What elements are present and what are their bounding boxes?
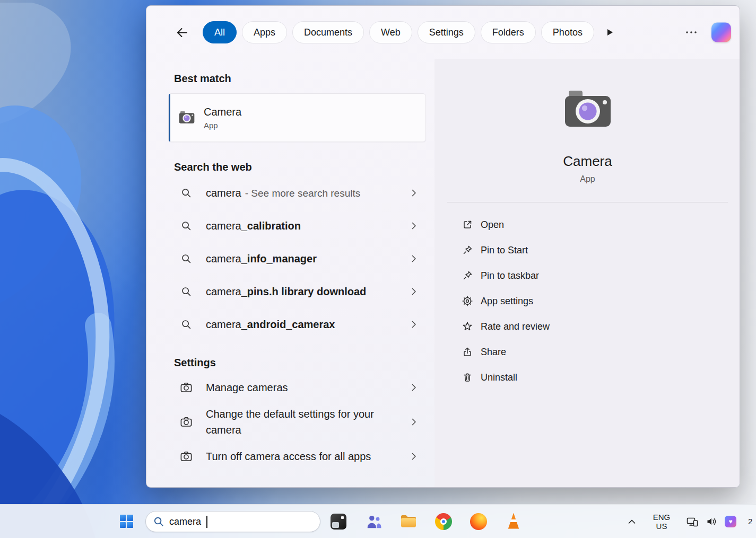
camera-outline-icon (180, 450, 193, 463)
chevron-right-icon (409, 287, 419, 296)
taskbar-dark-window-app[interactable] (328, 511, 349, 532)
search-icon (181, 286, 192, 297)
search-icon (181, 319, 192, 330)
tab-documents[interactable]: Documents (292, 21, 364, 43)
tray-clock[interactable]: 2 (748, 505, 756, 538)
tab-web[interactable]: Web (369, 21, 412, 43)
action-uninstall[interactable]: Uninstall (435, 365, 740, 390)
monitor-phone-icon (687, 516, 698, 527)
tab-settings[interactable]: Settings (418, 21, 475, 43)
tray-volume[interactable] (705, 505, 718, 538)
settings-section-header: Settings (174, 357, 435, 369)
action-label: App settings (481, 296, 533, 307)
best-match-texts: Camera App (204, 106, 241, 130)
clock-text: 2 (748, 517, 752, 526)
preview-actions: Open Pin to Start Pin to taskbar (435, 212, 740, 390)
tray-show-hidden-icons[interactable] (625, 505, 639, 538)
action-app-settings[interactable]: App settings (435, 288, 740, 314)
taskbar-search-input[interactable]: camera (145, 511, 320, 532)
back-arrow-icon (175, 25, 189, 40)
best-match-result[interactable]: Camera App (168, 93, 426, 142)
dark-window-icon (331, 514, 346, 530)
star-icon (462, 321, 473, 332)
start-button[interactable] (116, 511, 137, 532)
web-suggestion-row[interactable]: camera_calibration (168, 209, 426, 242)
chevron-right-icon (409, 221, 419, 231)
web-suggestion-row[interactable]: camera_android_camerax (168, 308, 426, 341)
teams-icon (365, 513, 382, 530)
suggestion-text: camera_info_manager (206, 253, 320, 265)
action-label: Share (481, 347, 506, 358)
action-rate-and-review[interactable]: Rate and review (435, 314, 740, 339)
tab-folders[interactable]: Folders (481, 21, 536, 43)
camera-outline-icon (180, 381, 193, 394)
chevron-right-icon (409, 254, 419, 263)
tab-all[interactable]: All (203, 21, 237, 43)
open-icon (462, 219, 473, 230)
taskbar-file-explorer[interactable] (398, 511, 419, 532)
tray-app-icon[interactable]: ♥ (724, 505, 737, 538)
settings-result-row[interactable]: Manage cameras (168, 372, 426, 403)
web-suggestions: camera- See more search results camera_c… (146, 177, 435, 341)
pin-to-taskbar-icon (462, 270, 473, 281)
language-line2: US (656, 522, 667, 531)
chevron-right-icon (409, 320, 419, 329)
tab-apps[interactable]: Apps (242, 21, 287, 43)
web-suggestion-row[interactable]: camera_pins.h library download (168, 275, 426, 308)
search-icon (181, 188, 192, 198)
web-section-header: Search the web (174, 161, 435, 173)
action-label: Pin to taskbar (481, 270, 539, 281)
vlc-cone-icon (506, 513, 522, 530)
chevron-right-icon (409, 383, 419, 392)
search-icon (181, 221, 192, 231)
search-icon (153, 516, 164, 527)
taskbar-vlc[interactable] (503, 511, 524, 532)
tray-language-switcher[interactable]: ENG US (649, 505, 674, 538)
chevron-right-icon (409, 417, 419, 427)
tab-photos[interactable]: Photos (541, 21, 594, 43)
action-label: Open (481, 219, 504, 231)
suggestion-text: camera- See more search results (206, 187, 360, 199)
action-label: Uninstall (481, 372, 517, 383)
search-icon (181, 253, 192, 264)
taskbar-apps (328, 505, 524, 538)
camera-outline-icon (180, 416, 193, 428)
tray-display-devices[interactable] (685, 505, 699, 538)
preview-title: Camera (435, 153, 740, 170)
settings-result-row[interactable]: Turn off camera access for all apps (168, 441, 426, 472)
camera-app-icon (178, 109, 195, 126)
search-value: camera (169, 516, 201, 527)
language-line1: ENG (653, 513, 671, 522)
search-flyout: All Apps Documents Web Settings Folders … (146, 5, 740, 488)
text-caret (206, 516, 207, 528)
firefox-icon (470, 513, 487, 530)
taskbar-teams-app[interactable] (363, 511, 384, 532)
taskbar-firefox[interactable] (468, 511, 489, 532)
best-match-title: Camera (204, 106, 241, 118)
settings-result-row[interactable]: Change the default settings for your cam… (168, 403, 426, 441)
action-label: Rate and review (481, 321, 550, 332)
heart-media-icon: ♥ (725, 516, 736, 527)
taskbar-chrome[interactable] (433, 511, 454, 532)
action-pin-to-start[interactable]: Pin to Start (435, 237, 740, 263)
folder-icon (400, 514, 417, 528)
action-open[interactable]: Open (435, 212, 740, 237)
filter-pills: All Apps Documents Web Settings Folders … (203, 21, 594, 43)
web-suggestion-row[interactable]: camera- See more search results (168, 177, 426, 209)
search-filter-bar: All Apps Documents Web Settings Folders … (146, 6, 740, 59)
settings-result-label: Manage cameras (206, 380, 288, 395)
copilot-icon[interactable] (711, 23, 731, 42)
back-button[interactable] (173, 23, 191, 41)
suggestion-text: camera_pins.h library download (206, 286, 370, 298)
pin-to-start-icon (462, 245, 473, 255)
action-share[interactable]: Share (435, 339, 740, 365)
web-suggestion-row[interactable]: camera_info_manager (168, 242, 426, 275)
chrome-icon (435, 513, 452, 530)
more-filters-button[interactable] (606, 28, 614, 37)
action-pin-to-taskbar[interactable]: Pin to taskbar (435, 263, 740, 288)
preview-pane: Camera App Open Pin to Start (435, 59, 740, 487)
search-results: Best match Camera App Search the web (146, 59, 435, 487)
ellipsis-icon (685, 31, 697, 34)
options-button[interactable] (685, 31, 697, 34)
windows-logo-icon (120, 515, 133, 528)
